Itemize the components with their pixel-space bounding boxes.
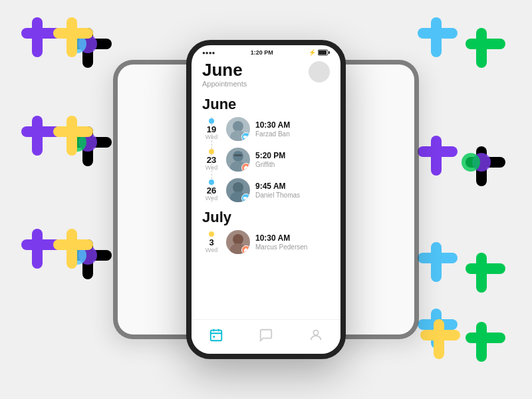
date-day: Wed [205,164,217,171]
svg-rect-11 [82,126,93,166]
profile-icon [309,328,323,342]
svg-rect-1 [32,17,43,57]
avatar-badge-video [241,132,250,141]
appointment-name: Griffith [255,161,330,168]
nav-messages[interactable] [253,328,279,342]
dot-indicator [209,118,214,124]
svg-rect-24 [418,28,458,39]
svg-rect-19 [82,239,93,279]
status-bar: ●●●● 1:20 PM ⚡ [192,45,340,56]
home-icon [243,165,249,170]
svg-point-59 [233,234,243,245]
appointment-daniel[interactable]: 26 Wed [202,178,330,202]
dot-indicator [209,180,214,185]
svg-point-4 [78,35,97,53]
appointment-time: 9:45 AM [255,182,330,191]
phone-scene: ●●●● 1:20 PM ⚡ June Appointments [113,40,419,359]
svg-rect-46 [329,51,330,54]
svg-rect-41 [476,322,487,362]
appointment-time: 5:20 PM [255,151,330,160]
time-display: 1:20 PM [251,49,273,56]
avatar-griffith [226,148,250,172]
svg-rect-62 [211,330,222,340]
svg-rect-30 [466,157,505,168]
svg-rect-2 [72,39,112,49]
right-phone [339,60,419,339]
home-icon [243,247,249,253]
avatar-badge-home [241,245,250,254]
svg-point-13 [68,133,86,152]
appointment-griffith[interactable]: 23 Wed [202,148,330,172]
calendar-icon [209,328,223,342]
header-button[interactable] [309,61,330,82]
date-number: 26 [207,186,216,195]
appointment-marcus[interactable]: 3 Wed [202,230,330,254]
app-header: June Appointments [202,61,330,88]
svg-rect-66 [213,335,215,337]
message-icon [259,328,273,342]
month-title: June [202,61,247,78]
date-day: Wed [205,134,217,140]
svg-marker-58 [247,197,249,200]
dot-date-3: 3 Wed [202,231,221,253]
appointment-name: Daniel Thomas [255,192,330,199]
svg-rect-38 [418,319,458,330]
svg-rect-6 [53,28,93,39]
svg-point-5 [68,35,86,53]
dot-indicator [209,149,214,154]
nav-calendar[interactable] [203,328,229,342]
video-icon [243,196,249,200]
appointment-time: 10:30 AM [255,233,330,243]
battery-icon [318,49,330,56]
svg-point-33 [462,153,480,172]
date-day: Wed [205,247,217,253]
appointment-info-marcus: 10:30 AM Marcus Pedersen [255,233,330,250]
bottom-nav [192,319,340,354]
svg-rect-27 [476,28,487,68]
appointment-farzad[interactable]: 19 Wed [202,117,330,141]
svg-rect-26 [466,39,505,49]
svg-rect-40 [466,332,505,343]
svg-rect-57 [243,197,247,200]
appointment-time: 10:30 AM [255,120,330,130]
nav-profile[interactable] [303,328,329,342]
date-number: 3 [209,238,213,247]
appointment-info-griffith: 5:20 PM Griffith [255,151,330,168]
timeline-july: 3 Wed [202,230,330,254]
svg-point-21 [68,246,86,265]
bluetooth-icon: ⚡ [309,49,316,56]
appointment-info-daniel: 9:45 AM Daniel Thomas [255,182,330,198]
date-number: 19 [207,125,216,134]
svg-point-55 [233,182,243,193]
svg-rect-17 [32,229,43,269]
svg-rect-36 [466,263,505,274]
svg-rect-25 [431,17,442,57]
svg-rect-31 [476,146,487,186]
appointment-name: Marcus Pedersen [255,243,330,251]
avatar-farzad [226,117,250,141]
svg-point-32 [472,153,491,172]
svg-rect-29 [431,136,442,176]
section-june: June 19 Wed [202,96,330,202]
dot-date-19: 19 Wed [202,118,221,140]
svg-rect-3 [82,28,93,68]
section-title-june: June [202,96,330,113]
svg-rect-14 [53,126,93,137]
svg-rect-16 [21,239,61,250]
svg-rect-18 [72,250,112,261]
date-day: Wed [205,195,217,201]
svg-marker-50 [247,136,249,139]
svg-point-20 [78,246,97,265]
dot-date-23: 23 Wed [202,149,221,171]
svg-rect-39 [431,309,442,348]
svg-rect-53 [234,154,242,156]
status-icons: ⚡ [309,49,330,56]
avatar-badge-video [241,194,250,202]
dot-indicator [209,231,214,237]
svg-rect-8 [21,126,61,137]
date-number: 23 [207,156,216,164]
appointment-info-farzad: 10:30 AM Farzad Ban [255,120,330,137]
svg-rect-22 [53,239,93,250]
section-title-july: July [202,209,330,226]
main-phone: ●●●● 1:20 PM ⚡ June Appointments [186,40,346,359]
